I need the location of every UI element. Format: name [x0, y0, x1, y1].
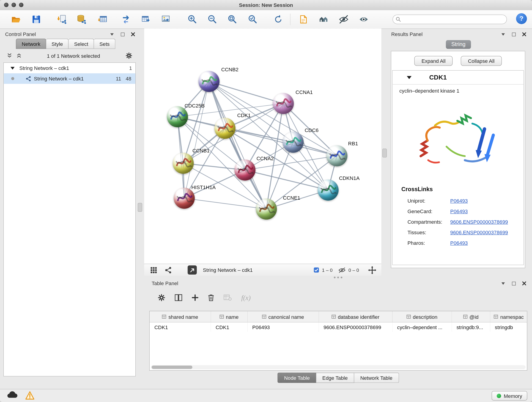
- node-label-cdk1: CDK1: [237, 112, 251, 118]
- network-row[interactable]: String Network – cdk1 11 48: [4, 73, 135, 84]
- add-column-icon[interactable]: [192, 294, 199, 301]
- table-panel-collapse-icon[interactable]: [500, 281, 506, 286]
- table-cell[interactable]: 9606.ENSP00000378699: [319, 322, 392, 332]
- clear-table-icon[interactable]: [224, 294, 232, 301]
- results-panel-collapse-icon[interactable]: [500, 32, 506, 37]
- import-network-file-icon[interactable]: [56, 13, 69, 26]
- network-node-cdkn1a[interactable]: [317, 179, 339, 201]
- cloud-icon[interactable]: [7, 391, 18, 399]
- help-button[interactable]: ?: [516, 13, 527, 24]
- expand-all-button[interactable]: Expand All: [414, 56, 453, 66]
- crosslink-link[interactable]: P06493: [450, 198, 468, 204]
- crosslink-row: Uniprot:P06493: [393, 196, 524, 206]
- table-cell[interactable]: P06493: [247, 322, 319, 332]
- show-panel-icon[interactable]: [357, 13, 370, 26]
- column-header-namespac[interactable]: namespac: [490, 311, 527, 322]
- right-splitter-handle[interactable]: [382, 149, 387, 158]
- crosslink-link[interactable]: 9606.ENSP00000378699: [450, 219, 508, 225]
- open-session-icon[interactable]: [9, 13, 22, 26]
- zoom-in-icon[interactable]: [186, 13, 199, 26]
- column-header-canonical-name[interactable]: canonical name: [247, 311, 319, 322]
- control-panel-float-icon[interactable]: [120, 32, 125, 37]
- control-panel-collapse-icon[interactable]: [109, 32, 115, 37]
- table-cell[interactable]: stringdb: [490, 322, 527, 332]
- table-row[interactable]: CDK1CDK1P064939606.ENSP00000378699cyclin…: [150, 322, 527, 332]
- hidden-items-eye-icon[interactable]: [338, 264, 346, 276]
- network-node-ccnb2[interactable]: [198, 71, 220, 92]
- table-horizontal-scrollbar[interactable]: [151, 365, 526, 369]
- network-options-gear-icon[interactable]: [126, 52, 133, 59]
- open-in-new-window-icon[interactable]: [188, 265, 197, 274]
- column-header-shared-name[interactable]: shared name: [150, 311, 211, 322]
- collapse-all-networks-icon[interactable]: [7, 53, 12, 58]
- show-columns-icon[interactable]: [175, 294, 182, 301]
- network-node-ccna1[interactable]: [273, 93, 294, 114]
- zoom-selected-icon[interactable]: [246, 13, 259, 26]
- crosslink-link[interactable]: 9606.ENSP00000378699: [450, 230, 508, 235]
- table-settings-gear-icon[interactable]: [158, 294, 165, 301]
- tab-network[interactable]: Network: [16, 39, 46, 49]
- table-panel-close-icon[interactable]: [521, 281, 527, 286]
- export-table-icon[interactable]: [140, 13, 152, 26]
- network-node-ccnb1[interactable]: [173, 153, 194, 174]
- network-node-cdc25b[interactable]: [167, 106, 188, 128]
- column-header-name[interactable]: name: [211, 311, 247, 322]
- zoom-out-icon[interactable]: [206, 13, 219, 26]
- table-panel-float-icon[interactable]: [511, 281, 516, 286]
- results-panel-close-icon[interactable]: [521, 32, 527, 37]
- selected-checkbox-icon[interactable]: [314, 264, 319, 276]
- network-canvas[interactable]: CCNB2 CCNA1 CDC25B CDK1 CDC6 RB1 CCNB1 C…: [144, 28, 381, 264]
- network-overview-icon[interactable]: [165, 264, 172, 276]
- column-header-database-identifier[interactable]: database identifier: [319, 311, 392, 322]
- network-node-cdc6[interactable]: [283, 132, 304, 153]
- collapse-all-button[interactable]: Collapse All: [461, 56, 501, 66]
- table-cell[interactable]: CDK1: [211, 322, 247, 332]
- fit-selection-crosshair-icon[interactable]: [368, 264, 376, 276]
- network-node-ccna2[interactable]: [234, 160, 255, 181]
- network-node-cdk1[interactable]: [215, 118, 235, 139]
- annotation-mode-icon[interactable]: [297, 13, 310, 26]
- column-header--id[interactable]: @id: [452, 311, 490, 322]
- memory-button[interactable]: Memory: [492, 391, 527, 400]
- horizontal-splitter-grip[interactable]: [331, 276, 345, 279]
- network-node-ccne1[interactable]: [256, 198, 277, 220]
- crosslink-link[interactable]: P06493: [450, 240, 468, 246]
- tab-style[interactable]: Style: [46, 39, 69, 49]
- left-splitter-handle[interactable]: [138, 203, 142, 212]
- show-all-panels-icon[interactable]: [317, 13, 330, 26]
- network-collection-row[interactable]: String Network – cdk1 1: [4, 63, 135, 73]
- hide-panel-icon[interactable]: [337, 13, 350, 26]
- table-cell[interactable]: stringdb:9...: [452, 322, 490, 332]
- gene-disclosure-icon[interactable]: [407, 76, 412, 79]
- network-node-rb1[interactable]: [326, 145, 348, 166]
- tab-edge-table[interactable]: Edge Table: [316, 373, 354, 383]
- column-header-description[interactable]: description: [392, 311, 452, 322]
- table-cell[interactable]: cyclin–dependent ...: [392, 322, 452, 332]
- control-panel-close-icon[interactable]: [130, 32, 136, 37]
- results-panel-float-icon[interactable]: [511, 32, 516, 37]
- grid-view-icon[interactable]: [150, 264, 157, 276]
- delete-column-icon[interactable]: [208, 294, 214, 301]
- refresh-view-icon[interactable]: [272, 13, 285, 26]
- tab-network-table[interactable]: Network Table: [354, 373, 399, 383]
- clone-network-icon[interactable]: [120, 13, 133, 26]
- export-image-icon[interactable]: [160, 13, 172, 26]
- function-builder-icon[interactable]: f(x): [241, 294, 251, 302]
- collection-disclosure-icon[interactable]: [11, 67, 15, 70]
- scrollbar-thumb[interactable]: [152, 366, 192, 369]
- tab-node-table[interactable]: Node Table: [278, 373, 316, 383]
- expand-all-networks-icon[interactable]: [17, 53, 22, 58]
- tab-string[interactable]: String: [446, 40, 471, 49]
- tab-sets[interactable]: Sets: [94, 39, 115, 49]
- gene-section-header[interactable]: CDK1: [393, 70, 524, 85]
- crosslink-link[interactable]: P06493: [450, 208, 468, 214]
- search-input[interactable]: [401, 15, 507, 24]
- network-node-hist1h1a[interactable]: [174, 188, 195, 209]
- import-table-file-icon[interactable]: [96, 13, 109, 26]
- table-cell[interactable]: CDK1: [150, 322, 211, 332]
- tab-select[interactable]: Select: [69, 39, 94, 49]
- import-network-database-icon[interactable]: [75, 13, 88, 26]
- zoom-fit-icon[interactable]: [226, 13, 239, 26]
- warning-icon[interactable]: [25, 391, 35, 400]
- save-session-icon[interactable]: [30, 13, 43, 26]
